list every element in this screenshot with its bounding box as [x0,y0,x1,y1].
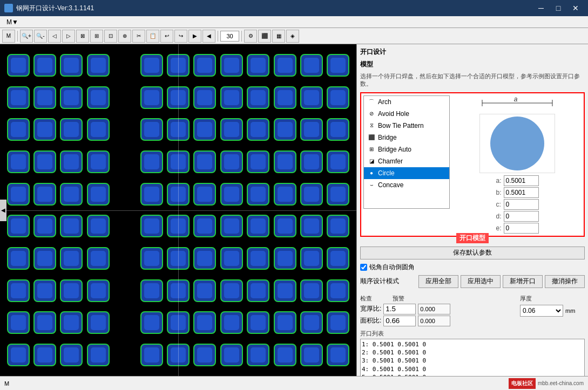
area-ratio-label: 面积比: [360,316,381,325]
toolbar-btn-12[interactable]: ◀ [202,30,215,43]
model-item-arch-label: Arch [378,98,391,106]
opening-list[interactable]: 1: 0.5001 0.5001 0 2: 0.5001 0.5001 0 3:… [360,339,585,376]
menu-bar: M▼ [0,16,588,28]
params-grid: a: b: c: d: e: [496,175,538,234]
opening-list-item[interactable]: 1: 0.5001 0.5001 0 [362,340,583,348]
thickness-controls: 0.06 0.08 0.10 0.12 0.15 mm [520,305,585,317]
toolbar-btn-15[interactable]: ▦ [272,30,285,43]
toolbar-btn-zoom-right[interactable]: ▷ [62,30,75,43]
save-defaults-button[interactable]: 保存默认参数 [360,247,585,259]
opening-list-item[interactable]: 4: 0.5001 0.5001 0 [362,365,583,373]
width-ratio-input[interactable] [383,304,416,314]
apply-all-button[interactable]: 应用全部 [418,275,458,288]
toolbar-btn-8[interactable]: 📋 [146,30,159,43]
pcb-canvas[interactable]: ◀ [0,44,356,376]
warning-title: 预警 [393,295,404,303]
add-opening-button[interactable]: 新增开口 [503,275,543,288]
bridge-icon: ⬛ [367,133,376,142]
model-item-bridge[interactable]: ⬛ Bridge [364,132,449,143]
model-list[interactable]: ⌒ Arch ⊘ Avoid Hole ⧖ Bow Tie Pattern ⬛ … [364,96,449,208]
window-controls: ─ □ ✕ [533,0,584,16]
width-ratio-label: 宽厚比: [360,304,381,313]
avoid-hole-icon: ⊘ [367,110,376,118]
opening-list-item[interactable]: 2: 0.5001 0.5001 0 [362,348,583,357]
toolbar-btn-zoom-left[interactable]: ◁ [48,30,61,43]
model-item-avoid-hole[interactable]: ⊘ Avoid Hole [364,108,449,120]
check-section: 检查 预警 宽厚比: 面积比: [360,295,516,327]
toolbar-btn-16[interactable]: ◈ [286,30,299,43]
maximize-button[interactable]: □ [550,0,566,16]
toolbar-btn-13[interactable]: ⚙ [244,30,257,43]
menu-item-m[interactable]: M▼ [2,17,23,27]
window-title: 钢网开口设计-Ver:3.1.1141 [16,4,94,13]
model-item-chamfer-label: Chamfer [378,158,403,165]
model-list-container[interactable]: ⌒ Arch ⊘ Avoid Hole ⧖ Bow Tie Pattern ⬛ … [363,95,450,209]
bridge-auto-icon: ⊞ [367,145,376,154]
opening-list-item[interactable]: 5: 0.5001 0.5001 0 [362,373,583,376]
width-ratio-result [418,304,450,314]
toolbar-btn-6[interactable]: ⊕ [118,30,131,43]
model-item-bridge-auto[interactable]: ⊞ Bridge Auto [364,143,449,155]
left-scroll-indicator[interactable]: ◀ [0,200,6,221]
toolbar-btn-11[interactable]: ▶ [188,30,201,43]
area-ratio-result [418,316,450,326]
dimension-diagram: a [477,95,558,112]
logo-icon: 电板社区 [509,378,536,389]
check-thickness-area: 检查 预警 宽厚比: 面积比: 厚度 0.06 [360,295,585,327]
model-area: ⌒ Arch ⊘ Avoid Hole ⧖ Bow Tie Pattern ⬛ … [360,92,585,237]
apply-selected-button[interactable]: 应用选中 [461,275,501,288]
area-ratio-row: 面积比: [360,316,516,326]
param-c-input[interactable] [504,199,539,210]
shape-preview [479,114,555,173]
title-bar: 钢网开口设计-Ver:3.1.1141 ─ □ ✕ [0,0,588,16]
model-item-chamfer[interactable]: ◪ Chamfer [364,155,449,167]
preview-circle-shape [490,117,544,170]
logo-url: mbb.eet-china.com [538,380,584,386]
toolbar-btn-14[interactable]: ⬛ [258,30,271,43]
model-item-bridge-auto-label: Bridge Auto [378,146,411,153]
sharp-corner-checkbox-row: 锐角自动倒圆角 [360,263,415,272]
param-a-input[interactable] [504,175,539,186]
status-logo: 电板社区 mbb.eet-china.com [509,378,584,389]
param-b-label: b: [496,189,501,196]
model-description: 选择一个待开口焊盘，然后在如下选择一个合适的开口模型，参考示例图设置开口参数。 [360,72,585,88]
toolbar-btn-9[interactable]: ↩ [160,30,173,43]
chamfer-icon: ◪ [367,157,376,166]
param-a-label: a: [496,177,501,184]
right-panel: 开口设计 模型 选择一个待开口焊盘，然后在如下选择一个合适的开口模型，参考示例图… [356,44,588,376]
model-item-circle[interactable]: ● Circle [364,167,449,179]
arch-icon: ⌒ [367,98,376,106]
check-headers: 检查 预警 [360,295,516,304]
area-ratio-input[interactable] [383,316,416,326]
toolbar-btn-4[interactable]: ⊞ [90,30,103,43]
model-item-bowtie[interactable]: ⧖ Bow Tie Pattern [364,120,449,132]
open-model-badge: 开口模型 [456,233,489,243]
toolbar-btn-1[interactable]: M [2,30,15,43]
toolbar: M 🔍+ 🔍- ◁ ▷ ⊠ ⊞ ⊡ ⊕ ✂ 📋 ↩ ↪ ▶ ◀ 30 ⚙ ⬛ ▦… [0,28,588,44]
sharp-mode-row: 锐角自动倒圆角 [360,263,585,272]
toolbar-btn-5[interactable]: ⊡ [104,30,117,43]
zoom-input[interactable]: 30 [220,31,239,42]
undo-button[interactable]: 撤消操作 [545,275,585,288]
thickness-select[interactable]: 0.06 0.08 0.10 0.12 0.15 [520,305,563,317]
close-button[interactable]: ✕ [567,0,584,16]
param-d-label: d: [496,213,501,220]
model-item-concave[interactable]: ⌣ Concave [364,179,449,191]
concave-icon: ⌣ [367,181,376,189]
param-e-input[interactable] [504,223,539,234]
check-title: 检查 [360,295,372,303]
opening-list-item[interactable]: 3: 0.5001 0.5001 0 [362,357,583,365]
toolbar-btn-zoom-out[interactable]: 🔍- [34,30,47,43]
param-e-label: e: [496,224,501,232]
model-item-avoid-hole-label: Avoid Hole [378,110,409,118]
model-item-arch[interactable]: ⌒ Arch [364,96,449,108]
sharp-corner-checkbox[interactable] [360,264,367,271]
minimize-button[interactable]: ─ [533,0,549,16]
param-d-input[interactable] [504,211,539,222]
toolbar-btn-3[interactable]: ⊠ [76,30,89,43]
param-b-input[interactable] [504,187,539,198]
toolbar-btn-10[interactable]: ↪ [174,30,187,43]
toolbar-btn-7[interactable]: ✂ [132,30,145,43]
bowtie-icon: ⧖ [367,121,376,130]
toolbar-btn-zoom-in[interactable]: 🔍+ [20,30,33,43]
